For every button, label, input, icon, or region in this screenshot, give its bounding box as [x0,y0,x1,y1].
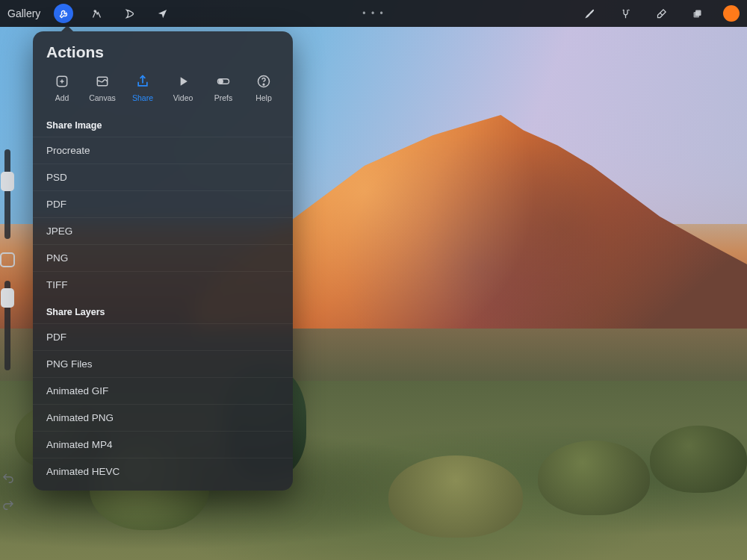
actions-tab-share[interactable]: Share [124,72,161,104]
share-option-psd[interactable]: PSD [33,164,293,190]
svg-point-0 [94,10,96,11]
share-option-pdf[interactable]: PDF [33,190,293,217]
brush-opacity-thumb[interactable] [1,288,14,308]
modify-menu-dots[interactable]: • • • [362,8,384,19]
actions-popover: Actions Add Canvas Share Video [33,31,293,491]
share-layers-png-files[interactable]: PNG Files [33,350,293,377]
video-icon [174,73,192,90]
tab-label: Canvas [89,93,116,102]
actions-tool-icon[interactable] [54,4,73,23]
brush-size-thumb[interactable] [1,172,14,191]
smudge-tool-icon[interactable] [616,4,635,23]
share-image-header: Share Image [33,111,293,137]
tab-label: Video [173,93,193,102]
undo-icon[interactable] [1,472,15,488]
actions-tab-canvas[interactable]: Canvas [84,72,121,104]
share-layers-pdf[interactable]: PDF [33,323,293,350]
share-layers-animated-png[interactable]: Animated PNG [33,404,293,431]
prefs-icon [214,73,232,90]
actions-title: Actions [33,31,293,70]
layers-tool-icon[interactable] [687,4,707,23]
brush-size-slider[interactable] [4,149,10,239]
share-option-png[interactable]: PNG [33,244,293,271]
share-layers-header: Share Layers [33,298,293,323]
gallery-button[interactable]: Gallery [7,7,40,19]
svg-point-8 [263,84,264,85]
canvas-icon [93,73,111,90]
svg-point-6 [219,80,223,84]
svg-rect-2 [693,12,699,18]
actions-tab-row: Add Canvas Share Video Prefs [33,70,293,111]
redo-icon[interactable] [1,499,15,515]
share-layers-animated-hevc[interactable]: Animated HEVC [33,458,293,485]
share-layers-animated-mp4[interactable]: Animated MP4 [33,431,293,458]
eraser-tool-icon[interactable] [651,4,671,23]
share-layers-animated-gif[interactable]: Animated GIF [33,377,293,404]
selection-tool-icon[interactable] [120,4,139,23]
adjustments-tool-icon[interactable] [87,4,106,23]
brush-tool-icon[interactable] [580,4,599,23]
undo-redo-group [1,472,15,515]
brush-opacity-slider[interactable] [4,281,10,370]
actions-tab-prefs[interactable]: Prefs [205,72,242,104]
top-toolbar: Gallery • • • [0,0,747,27]
add-icon [53,73,71,90]
modify-button[interactable] [0,252,15,267]
actions-tab-add[interactable]: Add [43,72,81,104]
actions-tab-help[interactable]: Help [245,72,282,104]
share-option-jpeg[interactable]: JPEG [33,217,293,244]
tab-label: Add [55,93,69,102]
tab-label: Prefs [214,93,233,102]
tab-label: Share [132,93,153,102]
help-icon [255,73,273,90]
actions-tab-video[interactable]: Video [164,72,202,104]
tab-label: Help [255,93,272,102]
color-swatch[interactable] [723,5,740,22]
share-icon [134,73,152,90]
share-option-tiff[interactable]: TIFF [33,271,293,298]
transform-tool-icon[interactable] [152,4,172,23]
share-option-procreate[interactable]: Procreate [33,137,293,164]
side-slider-rail [0,149,15,403]
